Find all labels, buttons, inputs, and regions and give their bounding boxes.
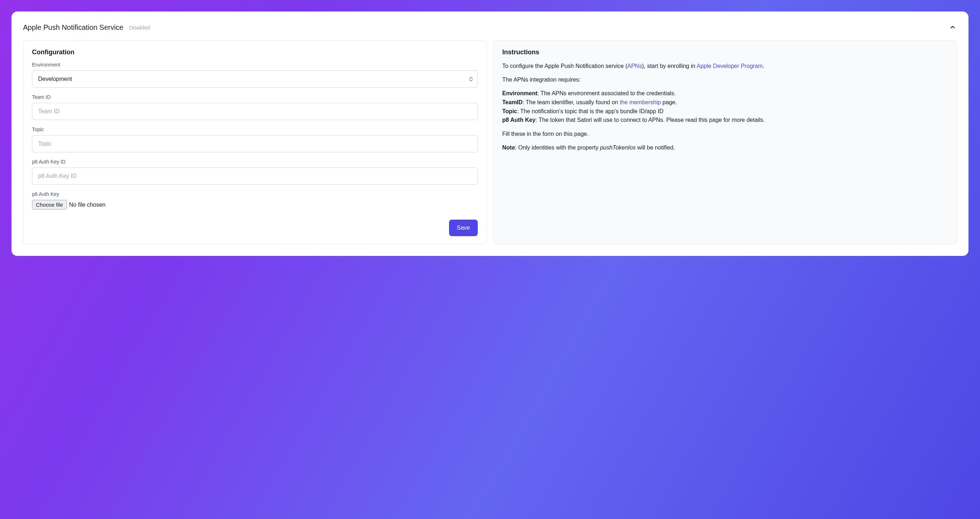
def-topic-label: Topic bbox=[502, 108, 517, 114]
environment-label: Environment bbox=[32, 62, 478, 68]
p8-auth-key-field-group: p8 Auth Key Choose file No file chosen bbox=[32, 191, 478, 210]
page-title: Apple Push Notification Service bbox=[23, 23, 123, 32]
team-id-label: Team ID bbox=[32, 94, 478, 100]
intro-suffix: . bbox=[763, 63, 764, 69]
def-topic: Topic: The notification's topic that is … bbox=[502, 107, 948, 116]
def-topic-text: : The notification's topic that is the a… bbox=[517, 108, 663, 114]
configuration-heading: Configuration bbox=[32, 49, 478, 56]
apns-link[interactable]: APNs bbox=[627, 63, 642, 69]
def-p8-text: : The token that Satori will use to conn… bbox=[536, 117, 765, 123]
team-id-field-group: Team ID bbox=[32, 94, 478, 120]
intro-prefix: To configure the Apple Push Notification… bbox=[502, 63, 627, 69]
topic-field-group: Topic bbox=[32, 127, 478, 152]
save-button[interactable]: Save bbox=[449, 220, 478, 236]
environment-select[interactable]: Development bbox=[32, 70, 478, 88]
intro-mid: ), start by enrolling in bbox=[642, 63, 697, 69]
def-p8: p8 Auth Key: The token that Satori will … bbox=[502, 116, 948, 125]
definitions-block: Environment: The APNs environment associ… bbox=[502, 89, 948, 125]
note-italic: pushTokenIos bbox=[600, 144, 636, 151]
membership-link[interactable]: the membership bbox=[620, 99, 661, 105]
collapse-toggle[interactable] bbox=[948, 23, 957, 32]
instructions-intro: To configure the Apple Push Notification… bbox=[502, 62, 948, 70]
requires-line: The APNs integration requires: bbox=[502, 76, 948, 84]
card-header: Apple Push Notification Service Disabled bbox=[23, 23, 957, 32]
instructions-panel: Instructions To configure the Apple Push… bbox=[493, 40, 957, 244]
note-suffix: will be notified. bbox=[636, 144, 675, 151]
environment-field-group: Environment Development bbox=[32, 62, 478, 88]
chevron-up-icon bbox=[950, 24, 956, 30]
status-badge: Disabled bbox=[129, 24, 150, 30]
instructions-heading: Instructions bbox=[502, 49, 948, 56]
def-environment-label: Environment bbox=[502, 90, 538, 96]
def-environment: Environment: The APNs environment associ… bbox=[502, 89, 948, 98]
instructions-body: To configure the Apple Push Notification… bbox=[502, 62, 948, 152]
panels: Configuration Environment Development Te… bbox=[23, 40, 957, 244]
developer-program-link[interactable]: Apple Developer Program bbox=[697, 63, 763, 69]
note-line: Note: Only identities with the property … bbox=[502, 143, 948, 152]
p8-auth-key-id-label: p8 Auth Key ID bbox=[32, 159, 478, 165]
team-id-input[interactable] bbox=[32, 103, 478, 120]
def-teamid: TeamID: The team identifier, usually fou… bbox=[502, 98, 948, 107]
header-left: Apple Push Notification Service Disabled bbox=[23, 23, 150, 32]
file-row: Choose file No file chosen bbox=[32, 200, 478, 210]
file-status-text: No file chosen bbox=[69, 202, 105, 208]
p8-auth-key-label: p8 Auth Key bbox=[32, 191, 478, 197]
topic-label: Topic bbox=[32, 127, 478, 132]
p8-auth-key-id-input[interactable] bbox=[32, 168, 478, 185]
apns-card: Apple Push Notification Service Disabled… bbox=[11, 11, 969, 256]
def-p8-label: p8 Auth Key bbox=[502, 117, 536, 123]
environment-select-wrapper: Development bbox=[32, 70, 478, 88]
def-environment-text: : The APNs environment associated to the… bbox=[538, 90, 676, 96]
choose-file-button[interactable]: Choose file bbox=[32, 200, 67, 210]
button-row: Save bbox=[32, 220, 478, 236]
note-label: Note bbox=[502, 144, 515, 151]
def-teamid-label: TeamID bbox=[502, 99, 523, 105]
def-teamid-prefix: : The team identifier, usually found on bbox=[523, 99, 620, 105]
def-teamid-suffix: page. bbox=[661, 99, 676, 105]
note-prefix: : Only identities with the property bbox=[515, 144, 600, 151]
topic-input[interactable] bbox=[32, 135, 478, 152]
p8-auth-key-id-field-group: p8 Auth Key ID bbox=[32, 159, 478, 185]
configuration-panel: Configuration Environment Development Te… bbox=[23, 40, 487, 244]
fill-line: Fill these in the form on this page. bbox=[502, 130, 948, 138]
